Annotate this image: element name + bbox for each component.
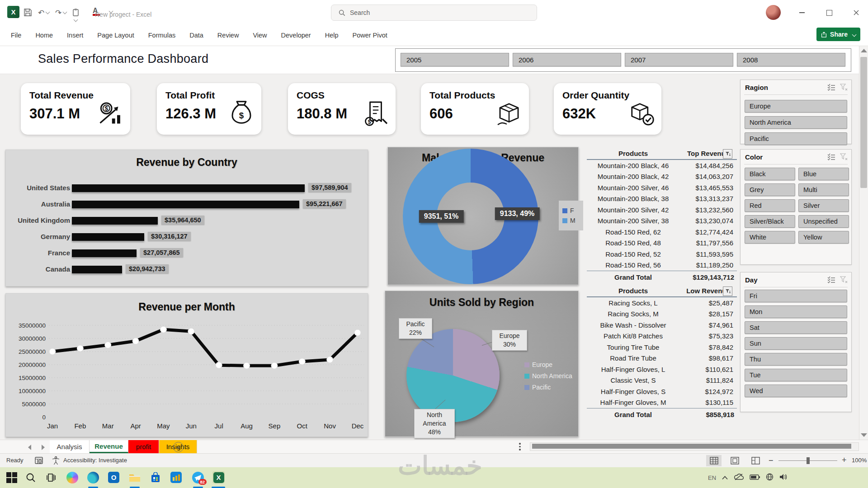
horizontal-scrollbar[interactable] [530,442,859,451]
ribbon-tab-home[interactable]: Home [35,32,53,39]
multi-select-icon[interactable] [827,153,835,162]
copilot-icon[interactable] [66,471,78,483]
multi-select-icon[interactable] [827,276,835,285]
ribbon-tab-formulas[interactable]: Formulas [148,32,175,39]
slicer-button-north-america[interactable]: North America [745,116,847,129]
macro-record-icon[interactable] [34,456,43,466]
sheet-nav-right-arrow[interactable] [42,445,45,450]
clear-filter-icon[interactable] [840,276,848,285]
ribbon-tab-page-layout[interactable]: Page Layout [97,32,134,39]
ribbon-tab-review[interactable]: Review [217,32,239,39]
horizontal-scroll-thumb[interactable] [532,444,851,449]
slicer-button-sat[interactable]: Sat [745,321,847,334]
user-avatar[interactable] [766,5,781,20]
multi-select-icon[interactable] [827,84,835,93]
vertical-scrollbar[interactable] [859,46,868,440]
sheet-tab-analysis[interactable]: Analysis [50,440,90,453]
year-slicer-button-2008[interactable]: 2008 [737,53,845,66]
slicer-button-europe[interactable]: Europe [745,100,847,113]
zoom-in-button[interactable]: + [842,455,847,465]
slicer-button-wed[interactable]: Wed [745,385,847,397]
language-indicator[interactable]: EN [708,474,716,481]
accessibility-icon[interactable] [52,456,60,466]
battery-icon[interactable] [750,474,760,481]
slicer-button-fri[interactable]: Fri [745,290,847,302]
minimize-button[interactable] [797,7,807,18]
excel-app-icon[interactable]: X [7,6,19,18]
file-explorer-icon[interactable] [128,471,141,483]
clear-filter-icon[interactable] [840,153,848,162]
sheet-nav-left-arrow[interactable] [28,445,31,450]
slicer-button-sun[interactable]: Sun [745,337,847,350]
kpi-label: COGS [297,90,325,101]
edge-icon[interactable] [87,471,99,483]
zoom-out-button[interactable]: − [769,456,774,465]
slicer-button-silver[interactable]: Silver [798,199,849,212]
slicer-button-unspecified[interactable]: Unspecified [798,215,849,228]
scroll-down-arrow[interactable] [861,433,867,437]
slicer-button-tue[interactable]: Tue [745,369,847,381]
product-cell: Mountain-200 Silver, 42 [587,206,679,214]
ribbon-tab-developer[interactable]: Developer [281,32,311,39]
slicer-button-blue[interactable]: Blue [798,168,849,180]
clear-filter-icon[interactable] [840,84,848,93]
close-button[interactable] [851,7,862,18]
bar-value-label: $27,057,865 [140,248,183,257]
zoom-level[interactable]: 100% [852,457,867,464]
power-bi-icon[interactable] [170,471,182,483]
slicer-button-mon[interactable]: Mon [745,305,847,318]
year-slicer-button-2006[interactable]: 2006 [513,53,621,66]
undo-icon[interactable]: ↶ [38,8,49,18]
filter-sort-icon[interactable] [723,149,732,159]
legend-swatch [524,374,529,379]
accessibility-status[interactable]: Accessibility: Investigate [63,457,127,464]
ribbon-tab-power-pivot[interactable]: Power Pivot [352,32,387,39]
maximize-button[interactable] [824,7,835,18]
network-icon[interactable] [766,473,774,482]
ribbon-tab-insert[interactable]: Insert [67,32,83,39]
slicer-button-multi[interactable]: Multi [798,183,849,196]
tray-chevron-icon[interactable] [722,474,728,481]
vertical-scroll-thumb[interactable] [860,57,867,188]
add-sheet-button[interactable]: + [173,442,184,452]
ribbon-tab-help[interactable]: Help [325,32,339,39]
svg-text:Dec: Dec [352,422,364,430]
slicer-button-grey[interactable]: Grey [745,183,795,196]
microsoft-store-icon[interactable] [149,471,161,483]
slicer-button-black[interactable]: Black [745,168,795,180]
sheet-tab-revenue[interactable]: Revenue [90,440,128,453]
value-cell: $11,797,556 [679,239,737,247]
outlook-icon[interactable]: O [108,471,120,483]
page-break-view-button[interactable] [748,455,763,466]
redo-icon[interactable]: ↷ [55,8,66,18]
ribbon-tab-file[interactable]: File [11,32,21,39]
share-button[interactable]: Share [816,28,860,41]
slicer-button-red[interactable]: Red [745,199,795,212]
year-slicer-button-2007[interactable]: 2007 [625,53,733,66]
task-view-icon[interactable] [45,471,57,483]
save-icon[interactable] [24,8,32,17]
normal-view-button[interactable] [706,455,722,466]
ribbon-tab-view[interactable]: View [253,32,267,39]
taskbar-search-icon[interactable] [24,471,37,483]
tab-options-dots[interactable] [519,443,521,450]
onedrive-icon[interactable] [734,474,744,482]
slicer-button-silver-black[interactable]: Silver/Black [745,215,795,228]
ribbon-tab-data[interactable]: Data [189,32,203,39]
filter-sort-icon[interactable] [723,286,732,296]
zoom-slider-thumb[interactable] [807,457,810,464]
slicer-button-yellow[interactable]: Yellow [798,231,849,244]
excel-taskbar-icon[interactable]: X [212,471,225,483]
sheet-tab-profit[interactable]: profit [128,440,159,453]
year-slicer-button-2005[interactable]: 2005 [401,53,509,66]
paste-icon[interactable] [72,8,80,25]
telegram-icon[interactable]: 82 [192,471,204,483]
slicer-button-pacific[interactable]: Pacific [745,132,847,145]
volume-icon[interactable] [779,474,788,482]
slicer-button-white[interactable]: White [745,231,795,244]
slicer-button-thu[interactable]: Thu [745,353,847,366]
search-input[interactable]: Search [331,5,537,21]
page-layout-view-button[interactable] [727,455,742,466]
scroll-up-arrow[interactable] [861,49,867,52]
start-button[interactable] [5,471,18,483]
